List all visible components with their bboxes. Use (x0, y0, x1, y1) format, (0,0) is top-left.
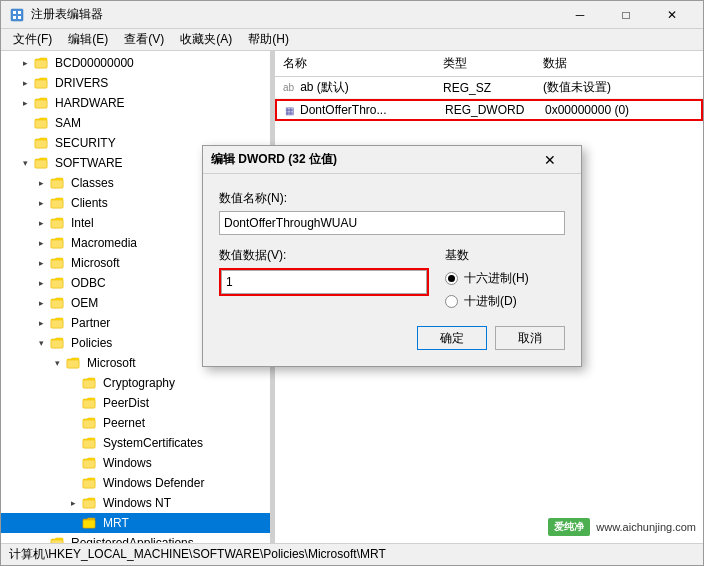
svg-rect-2 (18, 11, 21, 14)
base-radio-group: 十六进制(H) 十进制(D) (445, 270, 565, 310)
hex-radio-circle (445, 272, 458, 285)
dec-radio[interactable]: 十进制(D) (445, 293, 565, 310)
edit-dword-dialog: 编辑 DWORD (32 位值) ✕ 数值名称(N): 数值数据(V): 基数 (202, 145, 582, 367)
value-data-label: 数值数据(V): (219, 247, 429, 264)
hex-radio[interactable]: 十六进制(H) (445, 270, 565, 287)
svg-rect-0 (11, 9, 23, 21)
value-data-row: 数值数据(V): 基数 十六进制(H) 十进制(D) (219, 247, 565, 310)
ok-button[interactable]: 确定 (417, 326, 487, 350)
cancel-button[interactable]: 取消 (495, 326, 565, 350)
dialog-close-button[interactable]: ✕ (527, 146, 573, 174)
dialog-title-bar: 编辑 DWORD (32 位值) ✕ (203, 146, 581, 174)
dec-radio-circle (445, 295, 458, 308)
value-data-section: 数值数据(V): (219, 247, 429, 310)
close-button[interactable]: ✕ (649, 1, 695, 29)
svg-rect-3 (13, 16, 16, 19)
maximize-button[interactable]: □ (603, 1, 649, 29)
window-controls: ─ □ ✕ (557, 1, 695, 29)
title-bar: 注册表编辑器 ─ □ ✕ (1, 1, 703, 29)
svg-rect-4 (18, 16, 21, 19)
value-name-input[interactable] (219, 211, 565, 235)
value-name-label: 数值名称(N): (219, 190, 565, 207)
status-bar: 计算机\HKEY_LOCAL_MACHINE\SOFTWARE\Policies… (1, 543, 703, 565)
dialog-overlay: 编辑 DWORD (32 位值) ✕ 数值名称(N): 数值数据(V): 基数 (0, 28, 704, 544)
app-icon (9, 7, 25, 23)
dialog-title: 编辑 DWORD (32 位值) (211, 151, 527, 168)
value-data-wrapper (219, 268, 429, 296)
dialog-buttons: 确定 取消 (219, 326, 565, 350)
dec-radio-label: 十进制(D) (464, 293, 517, 310)
base-label: 基数 (445, 247, 565, 264)
value-data-input[interactable] (221, 270, 427, 294)
hex-radio-label: 十六进制(H) (464, 270, 529, 287)
svg-rect-1 (13, 11, 16, 14)
window-title: 注册表编辑器 (31, 6, 557, 23)
minimize-button[interactable]: ─ (557, 1, 603, 29)
base-section: 基数 十六进制(H) 十进制(D) (445, 247, 565, 310)
status-text: 计算机\HKEY_LOCAL_MACHINE\SOFTWARE\Policies… (9, 546, 386, 563)
dialog-body: 数值名称(N): 数值数据(V): 基数 十六进制(H) (203, 174, 581, 366)
